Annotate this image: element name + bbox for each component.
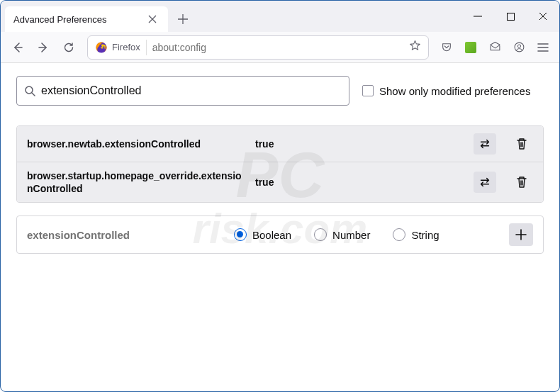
pref-name: browser.newtab.extensionControlled [27, 138, 247, 150]
identity-box[interactable]: Firefox [92, 40, 147, 55]
svg-rect-0 [507, 13, 514, 20]
type-radio-group: Boolean Number String [234, 228, 500, 241]
radio-string[interactable]: String [393, 228, 439, 241]
minimize-button[interactable] [461, 1, 494, 32]
checkbox-label: Show only modified preferences [379, 85, 530, 97]
pref-row: browser.newtab.extensionControlled true [17, 126, 543, 162]
arrow-right-icon [38, 42, 49, 53]
close-icon [148, 15, 157, 23]
app-menu-button[interactable] [532, 37, 554, 58]
profile-button[interactable] [508, 37, 530, 58]
addressbar[interactable]: Firefox about:config [87, 35, 429, 60]
pocket-button[interactable] [436, 37, 457, 58]
browser-tab[interactable]: Advanced Preferences [5, 6, 168, 32]
toggle-button[interactable] [474, 172, 496, 193]
close-tab-button[interactable] [145, 12, 159, 26]
bookmark-star-button[interactable] [409, 40, 421, 55]
radio-icon [314, 228, 327, 241]
add-pref-button[interactable] [509, 223, 533, 246]
search-box [16, 76, 349, 106]
maximize-icon [507, 13, 515, 21]
toggle-button[interactable] [474, 133, 496, 155]
pref-name: browser.startup.homepage_override.extens… [27, 169, 247, 195]
delete-button[interactable] [510, 133, 533, 155]
extension-icon [465, 42, 476, 53]
maximize-button[interactable] [494, 1, 527, 32]
window-controls [461, 1, 559, 32]
radio-label: String [411, 229, 439, 241]
arrow-left-icon [12, 42, 23, 53]
radio-label: Number [332, 229, 370, 241]
reload-button[interactable] [57, 36, 80, 59]
trash-icon [516, 138, 527, 150]
minimize-icon [474, 12, 482, 21]
firefox-logo-icon [95, 41, 108, 54]
radio-number[interactable]: Number [314, 228, 370, 241]
mail-icon [489, 41, 501, 53]
mail-button[interactable] [484, 37, 505, 58]
about-config-content: Show only modified preferences browser.n… [1, 63, 559, 267]
reload-icon [63, 42, 74, 53]
window-titlebar: Advanced Preferences [1, 1, 559, 32]
new-pref-name: extensionControlled [27, 229, 225, 241]
forward-button[interactable] [32, 36, 55, 59]
search-row: Show only modified preferences [16, 76, 544, 106]
star-icon [409, 40, 421, 52]
toggle-icon [478, 177, 491, 188]
checkbox-icon [362, 85, 374, 96]
hamburger-icon [537, 42, 549, 53]
profile-icon [513, 41, 525, 53]
close-window-button[interactable] [527, 1, 559, 32]
radio-icon [234, 228, 247, 241]
pref-value: true [255, 138, 465, 150]
search-input[interactable] [41, 84, 342, 97]
toggle-icon [478, 138, 491, 150]
extension-button[interactable] [460, 37, 481, 58]
plus-icon [178, 14, 188, 24]
radio-boolean[interactable]: Boolean [234, 228, 291, 241]
plus-icon [515, 229, 527, 240]
tab-title: Advanced Preferences [13, 14, 107, 25]
show-modified-checkbox[interactable]: Show only modified preferences [362, 85, 530, 97]
url-text: about:config [152, 42, 408, 53]
new-pref-row: extensionControlled Boolean Number Strin… [16, 215, 544, 254]
browser-toolbar: Firefox about:config [1, 32, 559, 63]
delete-button[interactable] [510, 172, 533, 193]
trash-icon [516, 176, 527, 189]
pocket-icon [441, 42, 452, 53]
prefs-table: browser.newtab.extensionControlled true … [16, 125, 544, 203]
pref-value: true [255, 177, 465, 188]
search-icon [24, 85, 35, 96]
radio-icon [393, 228, 405, 241]
new-tab-button[interactable] [172, 9, 194, 30]
radio-label: Boolean [252, 229, 291, 241]
identity-label: Firefox [112, 42, 140, 52]
back-button[interactable] [6, 36, 29, 59]
close-icon [539, 12, 547, 21]
svg-point-3 [517, 45, 520, 47]
pref-row: browser.startup.homepage_override.extens… [17, 162, 543, 202]
